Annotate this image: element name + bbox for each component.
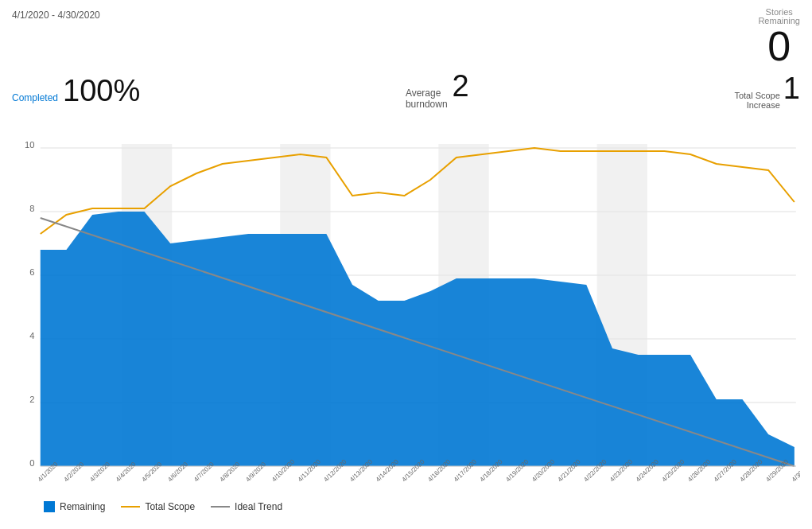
svg-text:0: 0 bbox=[29, 458, 34, 468]
total-scope-metric: Total Scope Increase 1 bbox=[734, 72, 800, 110]
burndown-chart: 0 2 4 6 8 10 bbox=[12, 116, 800, 498]
svg-text:10: 10 bbox=[25, 140, 34, 150]
legend-total-scope: Total Scope bbox=[121, 501, 195, 512]
stories-remaining-value: 0 bbox=[758, 25, 800, 67]
avg-burndown-label: Average burndown bbox=[406, 88, 448, 110]
avg-burndown-value: 2 bbox=[453, 71, 469, 101]
legend-ideal-trend: Ideal Trend bbox=[211, 501, 282, 512]
svg-text:2: 2 bbox=[29, 395, 34, 404]
stories-remaining-widget: Stories Remaining 0 bbox=[758, 8, 800, 67]
total-scope-value: 1 bbox=[783, 72, 800, 106]
completed-value: 100% bbox=[63, 76, 140, 106]
remaining-color-box bbox=[44, 501, 55, 512]
total-scope-color-line bbox=[121, 506, 140, 508]
avg-burndown-metric: Average burndown 2 bbox=[406, 71, 469, 110]
svg-text:8: 8 bbox=[29, 204, 34, 213]
legend-remaining: Remaining bbox=[44, 501, 105, 512]
total-scope-label: Total Scope Increase bbox=[734, 91, 779, 110]
chart-area: 0 2 4 6 8 10 bbox=[12, 116, 800, 498]
svg-text:4: 4 bbox=[29, 331, 34, 340]
svg-text:6: 6 bbox=[29, 267, 34, 277]
header-row: 4/1/2020 - 4/30/2020 Stories Remaining 0 bbox=[12, 8, 800, 67]
metrics-row: Completed 100% Average burndown 2 Total … bbox=[12, 71, 800, 110]
total-scope-legend-label: Total Scope bbox=[145, 501, 195, 512]
remaining-legend-label: Remaining bbox=[60, 501, 105, 512]
chart-legend: Remaining Total Scope Ideal Trend bbox=[12, 501, 800, 512]
ideal-trend-legend-label: Ideal Trend bbox=[235, 501, 282, 512]
ideal-trend-color-line bbox=[211, 506, 230, 508]
date-range: 4/1/2020 - 4/30/2020 bbox=[12, 8, 100, 21]
completed-label: Completed bbox=[12, 92, 58, 103]
main-container: 4/1/2020 - 4/30/2020 Stories Remaining 0… bbox=[0, 0, 812, 529]
completed-metric: Completed 100% bbox=[12, 76, 140, 106]
